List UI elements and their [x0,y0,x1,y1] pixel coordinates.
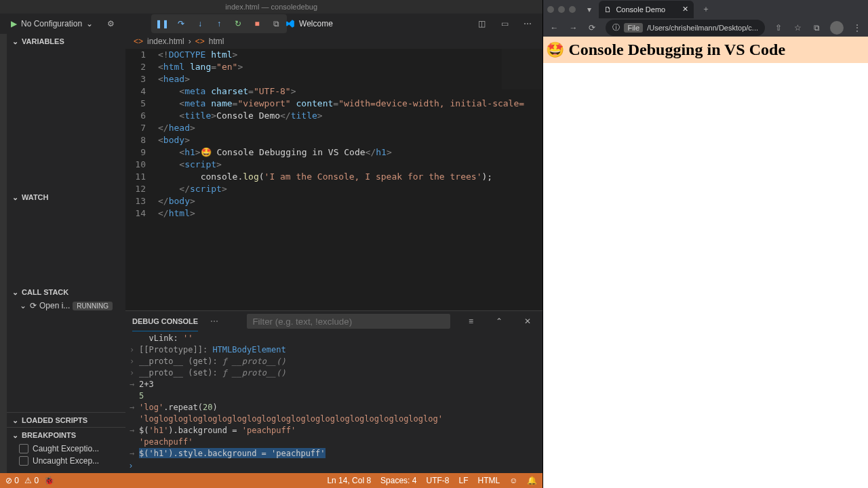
code-line[interactable]: 2<html lang="en"> [125,61,542,73]
reload-icon[interactable]: ⟳ [587,22,597,33]
console-line: 'logloglogloglogloglogloglogloglogloglog… [125,413,542,425]
console-input[interactable]: › [125,458,542,473]
layout-icon[interactable]: ▭ [496,16,513,32]
minimap[interactable] [502,49,542,89]
code-line[interactable]: 1<!DOCTYPE html> [125,49,542,61]
traffic-lights[interactable] [547,6,580,13]
warnings-count[interactable]: ⚠ 0 [24,476,39,485]
star-icon[interactable]: ☆ [792,22,803,33]
code-line[interactable]: 14</html> [125,207,542,220]
chevron-down-icon: ⌄ [86,19,93,28]
code-area[interactable]: 1<!DOCTYPE html>2<html lang="en">3<head>… [125,49,542,310]
code-line[interactable]: 4 <meta charset="UTF-8"> [125,85,542,98]
loaded-label: LOADED SCRIPTS [22,416,87,424]
errors-count[interactable]: ⊘ 0 [5,476,19,485]
config-label: No Configuration [21,19,82,28]
extensions-icon[interactable]: ⧉ [811,22,822,33]
close-icon[interactable]: ✕ [519,313,536,329]
panel-breakpoints[interactable]: ⌄BREAKPOINTS [7,428,125,443]
console-line: 5 [125,390,542,402]
code-line[interactable]: 6 <title>Console Demo</title> [125,110,542,122]
panel-variables[interactable]: ⌄VARIABLES [7,34,125,49]
console-tab[interactable]: DEBUG CONSOLE [132,312,198,331]
console-line: →$('h1').background = 'peachpuff' [125,425,542,436]
window-title: index.html — consoledebug [225,3,317,11]
collapse-icon[interactable]: ⌃ [491,313,507,329]
code-line[interactable]: 10 <script> [125,159,542,171]
back-icon[interactable]: ← [549,22,559,33]
console-line: 'peachpuff' [125,436,542,448]
indent-info[interactable]: Spaces: 4 [380,476,416,485]
code-line[interactable]: 13</body> [125,195,542,207]
code-line[interactable]: 3<head> [125,73,542,85]
cursor-position[interactable]: Ln 14, Col 8 [327,476,371,485]
variables-label: VARIABLES [22,37,64,45]
bp-label: Uncaught Excep... [33,456,99,466]
step-over-icon[interactable]: ↷ [173,16,189,32]
tab-title: Console Demo [616,5,665,14]
avatar-icon[interactable] [830,21,844,35]
caret-icon[interactable]: ▾ [584,4,595,15]
step-out-icon[interactable]: ↑ [211,16,227,32]
menu-icon[interactable]: ⋮ [852,22,863,33]
status-bar: ⊘ 0 ⚠ 0 🐞 Ln 14, Col 8 Spaces: 4 UTF-8 L… [0,473,542,488]
address-bar[interactable]: ⓘ File /Users/chrisheilmann/Desktop/c... [606,20,765,36]
restart-icon[interactable]: ↻ [230,16,246,32]
code-line[interactable]: 5 <meta name="viewport" content="width=d… [125,98,542,110]
url-text: /Users/chrisheilmann/Desktop/c... [647,24,758,32]
encoding-info[interactable]: UTF-8 [426,476,449,485]
scheme-badge: File [624,23,643,33]
chevron-down-icon: ⌄ [11,193,19,201]
eol-info[interactable]: LF [458,476,468,485]
feedback-icon[interactable]: ☺ [509,476,517,485]
breakpoint-item[interactable]: Uncaught Excep... [7,455,125,467]
welcome-tab[interactable]: Welcome [279,12,340,36]
step-into-icon[interactable]: ↓ [192,16,208,32]
language-mode[interactable]: HTML [477,476,500,485]
code-line[interactable]: 12 </script> [125,183,542,195]
run-config[interactable]: ▶ No Configuration ⌄ [7,18,97,30]
checkbox[interactable] [19,444,28,453]
checkbox[interactable] [19,456,28,466]
breadcrumbs[interactable]: <> index.html › <> html [125,34,542,49]
more-icon[interactable]: ⋯ [210,317,218,326]
callstack-text: Open i... [39,301,70,310]
debug-console-panel: DEBUG CONSOLE ⋯ ≡ ⌃ ✕ vLink: ''›[[Protot… [125,310,542,473]
page-icon: 🗋 [604,5,612,14]
panel-loaded-scripts[interactable]: ⌄LOADED SCRIPTS [7,413,125,428]
console-line: →$('h1').style.background = 'peachpuff' [125,448,542,458]
breakpoint-item[interactable]: Caught Exceptio... [7,443,125,455]
console-filter-input[interactable] [247,314,450,329]
pause-icon[interactable]: ❚❚ [154,16,170,32]
play-icon: ▶ [11,19,17,28]
console-line: →2+3 [125,379,542,390]
close-icon[interactable]: ✕ [682,5,688,14]
new-tab-button[interactable]: ＋ [698,3,714,15]
share-icon[interactable]: ⇧ [773,22,784,33]
star-struck-emoji: 🤩 [546,41,564,59]
split-icon[interactable]: ◫ [473,16,490,32]
panel-watch[interactable]: ⌄WATCH [7,190,125,205]
code-line[interactable]: 7</head> [125,122,542,134]
vscode-icon [285,19,295,28]
more-icon[interactable]: ⋯ [519,16,536,32]
filter-icon[interactable]: ≡ [462,313,479,329]
console-body[interactable]: vLink: ''›[[Prototype]]: HTMLBodyElement… [125,331,542,458]
activity-bar[interactable] [0,34,7,473]
stop-icon[interactable]: ■ [249,16,265,32]
callstack-item[interactable]: ⌄ ⟳ Open i... RUNNING [7,300,125,312]
sidebar: ⌄VARIABLES ⌄WATCH ⌄CALL STACK ⌄ ⟳ Open i… [7,34,125,473]
console-line: vLink: '' [125,333,542,344]
gear-icon[interactable]: ⚙ [102,16,119,32]
tag-icon: <> [195,37,205,46]
panel-callstack[interactable]: ⌄CALL STACK [7,285,125,300]
code-line[interactable]: 11 console.log('I am the Console, I spea… [125,171,542,183]
browser-tab[interactable]: 🗋 Console Demo ✕ [599,1,694,18]
running-badge: RUNNING [73,302,113,310]
code-line[interactable]: 9 <h1>🤩 Console Debugging in VS Code</h1… [125,146,542,159]
bell-icon[interactable]: 🔔 [527,476,537,485]
code-line[interactable]: 8<body> [125,134,542,146]
debug-icon[interactable]: 🐞 [44,476,54,485]
forward-icon[interactable]: → [568,22,578,33]
console-line: →'log'.repeat(20) [125,402,542,413]
